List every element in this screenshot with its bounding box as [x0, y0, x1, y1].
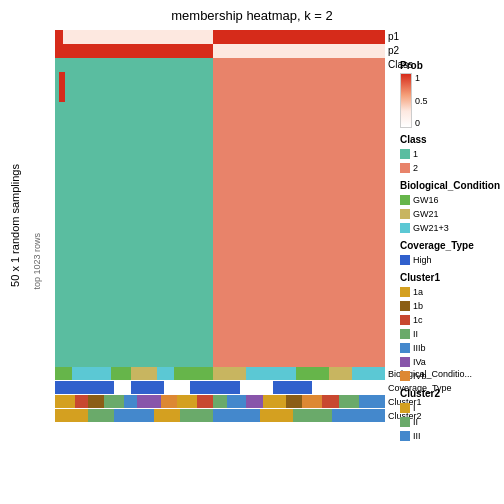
prob-min-label: 0	[415, 118, 428, 128]
cluster2-iii-swatch	[400, 431, 410, 441]
iva-swatch	[400, 357, 410, 367]
prob-gradient-bar	[400, 73, 412, 128]
iiib-swatch	[400, 343, 410, 353]
prob-mid-label: 0.5	[415, 96, 428, 106]
class1-swatch	[400, 149, 410, 159]
bottom-annotation-rows	[55, 367, 385, 423]
cluster1-row	[55, 395, 385, 408]
1b-swatch	[400, 301, 410, 311]
coverage-type-row	[55, 381, 385, 394]
gw21plus3-swatch	[400, 223, 410, 233]
legend-cluster1-1c: 1c	[400, 313, 500, 326]
legend-cluster1-iiib: IIIb	[400, 341, 500, 354]
y-axis-label: 50 x 1 random samplings	[5, 30, 25, 420]
legend-coverage-type: Coverage_Type High	[400, 240, 500, 266]
chart-title: membership heatmap, k = 2	[0, 8, 504, 23]
cluster2-row	[55, 409, 385, 422]
label-p2: p2	[388, 44, 413, 58]
cluster2-ii-swatch	[400, 417, 410, 427]
main-heatmap-block	[55, 72, 385, 367]
side-label: top 1023 rows	[28, 114, 46, 409]
chart-container: membership heatmap, k = 2 50 x 1 random …	[0, 0, 504, 504]
legend-biological-condition: Biological_Condition GW16 GW21 GW21+3	[400, 180, 500, 234]
legend-cluster2-ii: II	[400, 415, 500, 428]
legend-area: Prob 1 0.5 0 Class 1 2	[400, 60, 500, 448]
legend-gw16: GW16	[400, 193, 500, 206]
high-swatch	[400, 255, 410, 265]
row-p2	[55, 44, 385, 58]
legend-cluster2-i: I	[400, 401, 500, 414]
legend-gw21: GW21	[400, 207, 500, 220]
cluster2-i-swatch	[400, 403, 410, 413]
legend-cluster1: Cluster1 1a 1b 1c II IIIb	[400, 272, 500, 382]
legend-cluster1-1a: 1a	[400, 285, 500, 298]
legend-cluster2-iii: III	[400, 429, 500, 442]
cluster1-ii-swatch	[400, 329, 410, 339]
legend-cluster2: Cluster2 I II III	[400, 388, 500, 442]
gw21-swatch	[400, 209, 410, 219]
legend-cluster1-iva: IVa	[400, 355, 500, 368]
class2-swatch	[400, 163, 410, 173]
legend-class-2: 2	[400, 161, 500, 174]
legend-class-1: 1	[400, 147, 500, 160]
row-p1	[55, 30, 385, 44]
gw16-swatch	[400, 195, 410, 205]
1a-swatch	[400, 287, 410, 297]
label-p1: p1	[388, 30, 413, 44]
row-class	[55, 58, 385, 72]
legend-cluster1-ii: II	[400, 327, 500, 340]
biological-condition-row	[55, 367, 385, 380]
legend-cluster1-1b: 1b	[400, 299, 500, 312]
legend-class: Class 1 2	[400, 134, 500, 174]
legend-high: High	[400, 253, 500, 266]
prob-max-label: 1	[415, 73, 428, 83]
ivb-swatch	[400, 371, 410, 381]
1c-swatch	[400, 315, 410, 325]
plot-area	[55, 30, 385, 420]
legend-prob: Prob 1 0.5 0	[400, 60, 500, 128]
legend-gw21plus3: GW21+3	[400, 221, 500, 234]
legend-cluster1-ivb: IVb	[400, 369, 500, 382]
